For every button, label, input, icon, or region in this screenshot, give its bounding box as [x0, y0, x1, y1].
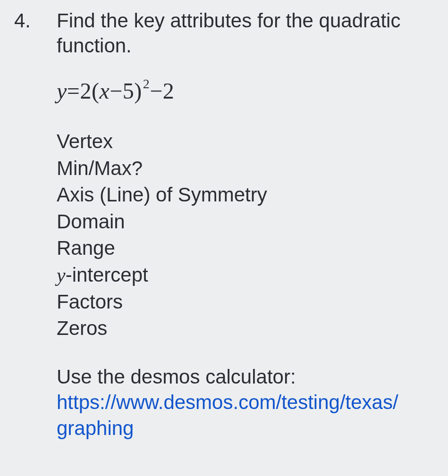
equation: y = 2 ( x − 5 ) 2 −2 — [57, 77, 434, 105]
equation-tail: −2 — [150, 77, 174, 105]
equation-rparen: ) — [134, 77, 142, 105]
link-line-2: graphing — [57, 417, 134, 439]
attr-y-intercept: y-intercept — [57, 262, 434, 288]
equation-exp: 2 — [143, 75, 150, 92]
problem-header: 4. Find the key attributes for the quadr… — [14, 8, 434, 442]
link-line-1: https://www.desmos.com/testing/texas/ — [57, 391, 398, 413]
equation-lparen: ( — [92, 77, 99, 105]
equation-lhs: y — [57, 77, 67, 105]
equation-h: 5 — [123, 77, 135, 105]
equation-inner-var: x — [99, 77, 110, 105]
equation-minus: − — [110, 77, 123, 105]
calculator-link[interactable]: https://www.desmos.com/testing/texas/ gr… — [57, 390, 434, 441]
attribute-list: Vertex Min/Max? Axis (Line) of Symmetry … — [57, 129, 434, 342]
attr-factors: Factors — [57, 289, 434, 315]
attr-zeros: Zeros — [57, 316, 434, 342]
attr-range: Range — [57, 235, 434, 261]
attr-axis-symmetry: Axis (Line) of Symmetry — [57, 182, 434, 208]
attr-domain: Domain — [57, 209, 434, 235]
problem-number: 4. — [14, 8, 57, 33]
equation-eq: = — [67, 77, 80, 105]
calculator-section: Use the desmos calculator: https://www.d… — [57, 364, 434, 442]
problem-body: Find the key attributes for the quadrati… — [57, 8, 434, 442]
attr-minmax: Min/Max? — [57, 156, 434, 182]
attr-vertex: Vertex — [57, 129, 434, 155]
page: 4. Find the key attributes for the quadr… — [0, 0, 448, 456]
equation-coef: 2 — [80, 77, 92, 105]
problem-prompt: Find the key attributes for the quadrati… — [57, 8, 434, 58]
calculator-prompt: Use the desmos calculator: — [57, 364, 434, 390]
